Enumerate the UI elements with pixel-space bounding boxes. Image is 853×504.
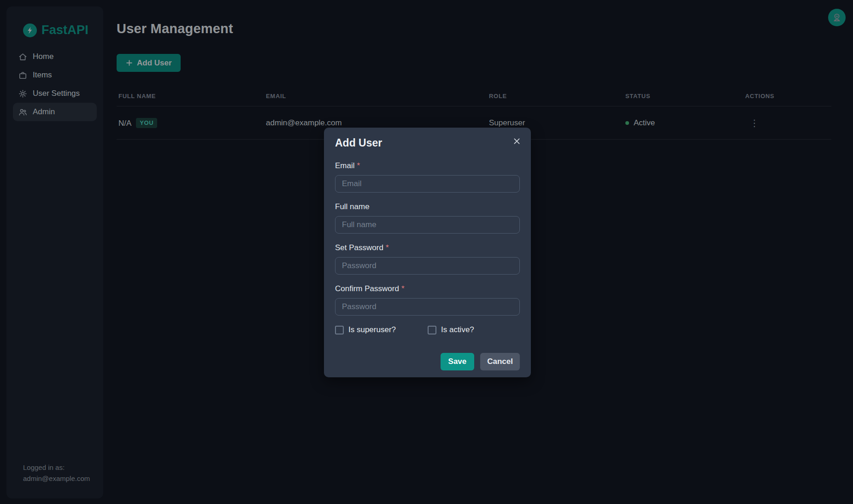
- add-user-modal: Add User Email* Full name Set Password* …: [324, 128, 531, 377]
- required-marker: *: [401, 284, 405, 293]
- close-icon: [512, 137, 521, 146]
- required-marker: *: [357, 161, 360, 170]
- set-password-field[interactable]: [335, 257, 520, 275]
- is-active-checkbox[interactable]: Is active?: [428, 325, 474, 334]
- is-superuser-checkbox[interactable]: Is superuser?: [335, 325, 428, 334]
- required-marker: *: [386, 243, 389, 252]
- set-password-field-group: Set Password*: [335, 243, 520, 275]
- confirm-password-field[interactable]: [335, 298, 520, 316]
- full-name-field[interactable]: [335, 216, 520, 234]
- email-field-label: Email*: [335, 161, 520, 170]
- email-field-group: Email*: [335, 161, 520, 193]
- label-text: Full name: [335, 202, 370, 211]
- save-button[interactable]: Save: [441, 353, 475, 370]
- set-password-field-label: Set Password*: [335, 243, 520, 252]
- email-field[interactable]: [335, 175, 520, 193]
- confirm-password-field-group: Confirm Password*: [335, 284, 520, 316]
- checkbox-icon: [335, 326, 344, 334]
- modal-footer: Save Cancel: [335, 353, 520, 370]
- checkbox-icon: [428, 326, 436, 334]
- label-text: Confirm Password: [335, 284, 399, 293]
- cancel-button[interactable]: Cancel: [480, 353, 520, 370]
- is-superuser-label: Is superuser?: [348, 325, 396, 334]
- full-name-field-label: Full name: [335, 202, 520, 211]
- checkbox-row: Is superuser? Is active?: [335, 325, 520, 334]
- modal-close-button[interactable]: [509, 133, 524, 149]
- label-text: Email: [335, 161, 355, 170]
- label-text: Set Password: [335, 243, 383, 252]
- full-name-field-group: Full name: [335, 202, 520, 234]
- is-active-label: Is active?: [441, 325, 474, 334]
- confirm-password-field-label: Confirm Password*: [335, 284, 520, 293]
- modal-title: Add User: [335, 137, 520, 149]
